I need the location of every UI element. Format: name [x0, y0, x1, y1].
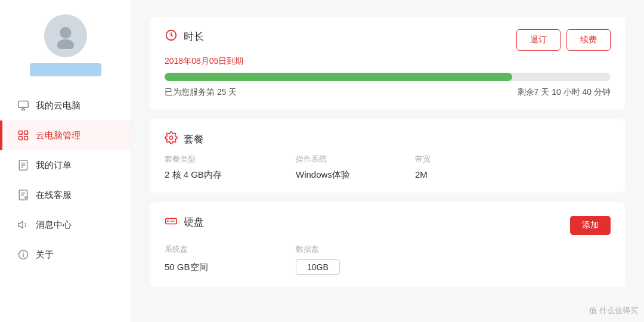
sidebar-item-label: 云电脑管理 [36, 130, 80, 141]
sidebar-item-cloud-pc-manage[interactable]: 云电脑管理 [0, 120, 131, 150]
duration-btn-group: 退订 续费 [516, 29, 611, 51]
main-content: 时长 退订 续费 2018年08月05日到期 已为您服务第 25 天 剩余7 天… [131, 0, 644, 322]
col-header-bandwidth: 带宽 [415, 154, 611, 165]
document-icon [17, 159, 30, 172]
info-icon [17, 248, 30, 261]
svg-rect-5 [24, 131, 28, 135]
duration-section-header: 时长 [165, 29, 204, 44]
duration-title: 时长 [184, 30, 204, 44]
nav-list: 我的云电脑 云电脑管理 我的订单 [0, 91, 131, 270]
col-header-package-type: 套餐类型 [165, 154, 296, 165]
progress-bar-fill [165, 73, 512, 81]
package-section-header: 套餐 [165, 131, 611, 147]
speaker-icon [17, 218, 30, 231]
progress-bar [165, 73, 611, 81]
duration-header-row: 时长 退订 续费 [165, 29, 611, 51]
renew-button[interactable]: 续费 [566, 29, 611, 51]
data-disk-value: 10GB [296, 259, 415, 275]
col-header-os: 操作系统 [296, 154, 415, 165]
sidebar-item-my-cloud-pc[interactable]: 我的云电脑 [0, 91, 131, 120]
package-section: 套餐 套餐类型 操作系统 带宽 2 核 4 GB内存 Windows体验 2M [150, 119, 625, 193]
package-table-headers: 套餐类型 操作系统 带宽 [165, 154, 611, 165]
hdd-icon [165, 214, 178, 230]
package-table-values: 2 核 4 GB内存 Windows体验 2M [165, 169, 611, 181]
bandwidth-value: 2M [415, 169, 611, 181]
disk-section-header: 硬盘 [165, 214, 204, 230]
col-header-system-disk: 系统盘 [165, 244, 296, 255]
served-days: 已为您服务第 25 天 [165, 87, 237, 98]
expire-date: 2018年08月05日到期 [165, 56, 611, 67]
svg-rect-6 [19, 137, 23, 140]
sidebar-item-label: 关于 [36, 249, 54, 261]
sidebar-item-message-center[interactable]: 消息中心 [0, 210, 131, 240]
watermark: 值 什么值得买 [589, 305, 638, 316]
sidebar-item-label: 在线客服 [36, 190, 72, 201]
sidebar-item-my-orders[interactable]: 我的订单 [0, 150, 131, 180]
system-disk-value: 50 GB空间 [165, 262, 296, 273]
disk-title: 硬盘 [184, 215, 204, 229]
data-disk-tag: 10GB [296, 259, 340, 275]
disk-table-values: 50 GB空间 10GB [165, 259, 611, 275]
svg-point-0 [60, 27, 71, 38]
disk-section: 硬盘 添加 系统盘 数据盘 50 GB空间 10GB [150, 202, 625, 287]
package-type-value: 2 核 4 GB内存 [165, 169, 296, 181]
duration-section: 时长 退订 续费 2018年08月05日到期 已为您服务第 25 天 剩余7 天… [150, 17, 625, 110]
sidebar-item-online-service[interactable]: 在线客服 [0, 180, 131, 210]
svg-point-18 [23, 252, 24, 252]
sidebar-item-label: 消息中心 [36, 219, 72, 231]
disk-table-headers: 系统盘 数据盘 [165, 244, 611, 255]
disk-header-row: 硬盘 添加 [165, 214, 611, 237]
username-bar [30, 63, 101, 76]
col-header-data-disk: 数据盘 [296, 244, 415, 255]
sidebar-item-label: 我的订单 [36, 160, 72, 171]
svg-marker-15 [18, 221, 23, 228]
os-value: Windows体验 [296, 169, 415, 181]
svg-point-1 [57, 39, 73, 49]
edit-document-icon [17, 188, 30, 202]
add-disk-button[interactable]: 添加 [570, 216, 611, 235]
unsubscribe-button[interactable]: 退订 [516, 29, 561, 51]
svg-rect-2 [18, 101, 29, 108]
svg-rect-4 [19, 131, 23, 135]
sidebar-item-label: 我的云电脑 [36, 100, 80, 112]
remaining-time: 剩余7 天 10 小时 40 分钟 [518, 87, 611, 98]
avatar [44, 14, 87, 57]
sidebar-item-about[interactable]: 关于 [0, 240, 131, 270]
package-title: 套餐 [184, 132, 204, 146]
svg-point-20 [169, 136, 173, 140]
grid-icon [17, 129, 30, 142]
clock-icon [165, 29, 178, 44]
sidebar: 我的云电脑 云电脑管理 我的订单 [0, 0, 131, 322]
settings-icon [165, 131, 178, 147]
monitor-icon [17, 99, 30, 112]
svg-rect-7 [24, 137, 28, 140]
progress-info: 已为您服务第 25 天 剩余7 天 10 小时 40 分钟 [165, 87, 611, 98]
